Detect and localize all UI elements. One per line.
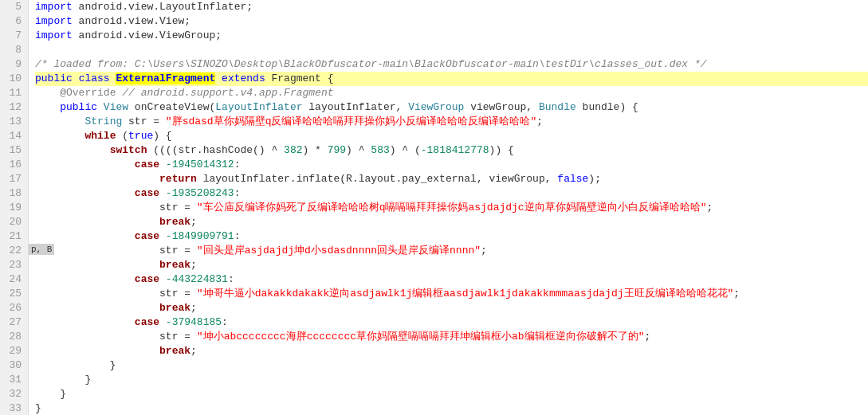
line-num: 18: [6, 186, 22, 201]
line-num: 32: [6, 387, 22, 401]
code-area: 5 6 7 8 9 10 11 12 13 14 15 16 17 18 19 …: [0, 0, 868, 415]
code-content[interactable]: p, B import android.view.LayoutInflater;…: [29, 0, 868, 415]
line-num: 9: [6, 57, 22, 72]
code-line-6: import android.view.View;: [35, 14, 868, 29]
code-line-28: str = "坤小abcccccccc海胖cccccccc草你妈隔壁嗝嗝嗝拜拜坤…: [35, 330, 868, 344]
code-line-18: case -1935208243:: [35, 186, 868, 201]
code-line-26: break;: [35, 301, 868, 315]
line-num: 19: [6, 201, 22, 215]
code-line-7: import android.view.ViewGroup;: [35, 29, 868, 43]
code-line-13: String str = "胖sdasd草你妈隔壁q反编译哈哈哈嗝拜拜操你妈小反…: [35, 115, 868, 129]
code-line-33: }: [35, 401, 868, 415]
code-line-5: import android.view.LayoutInflater;: [35, 0, 868, 14]
code-line-17: return layoutInflater.inflate(R.layout.p…: [35, 172, 868, 186]
code-line-9: /* loaded from: C:\Users\SINOZO\Desktop\…: [35, 57, 868, 72]
line-num: 14: [6, 129, 22, 143]
line-num: 33: [6, 401, 22, 415]
code-line-15: switch ((((str.hashCode() ^ 382) * 799) …: [35, 143, 868, 158]
code-line-8: [35, 43, 868, 57]
margin-label: p, B: [29, 244, 54, 255]
code-line-23: break;: [35, 258, 868, 272]
code-line-31: }: [35, 373, 868, 387]
code-line-25: str = "坤哥牛逼小dakakkdakakk逆向asdjawlk1j编辑框a…: [35, 287, 868, 301]
line-num: 29: [6, 344, 22, 358]
line-num: 22: [6, 244, 22, 258]
code-lines: import android.view.LayoutInflater; impo…: [29, 0, 868, 415]
line-num: 31: [6, 373, 22, 387]
code-line-14: while (true) {: [35, 129, 868, 143]
code-line-11: @Override // android.support.v4.app.Frag…: [35, 86, 868, 100]
code-line-27: case -37948185:: [35, 315, 868, 330]
code-line-16: case -1945014312:: [35, 158, 868, 172]
code-line-30: }: [35, 358, 868, 373]
code-line-24: case -443224831:: [35, 272, 868, 287]
line-numbers: 5 6 7 8 9 10 11 12 13 14 15 16 17 18 19 …: [0, 0, 29, 415]
line-num: 6: [6, 14, 22, 29]
line-num: 16: [6, 158, 22, 172]
line-num: 27: [6, 315, 22, 330]
line-num: 8: [6, 43, 22, 57]
line-num: 5: [6, 0, 22, 14]
line-num: 24: [6, 272, 22, 287]
code-line-19: str = "车公庙反编译你妈死了反编译哈哈哈树q嗝嗝嗝拜拜操你妈asjdajd…: [35, 201, 868, 215]
code-editor: 5 6 7 8 9 10 11 12 13 14 15 16 17 18 19 …: [0, 0, 868, 415]
code-line-12: public View onCreateView(LayoutInflater …: [35, 100, 868, 115]
line-num: 26: [6, 301, 22, 315]
line-num: 30: [6, 358, 22, 373]
code-line-22: str = "回头是岸asjdajdj坤d小sdasdnnnn回头是岸反编译nn…: [35, 244, 868, 258]
line-num: 15: [6, 143, 22, 158]
code-line-10: public class ExternalFragment extends Fr…: [35, 72, 868, 86]
line-num: 25: [6, 287, 22, 301]
line-num: 10: [6, 72, 22, 86]
line-num: 11: [6, 86, 22, 100]
line-num: 20: [6, 215, 22, 229]
line-num: 21: [6, 229, 22, 244]
line-num: 13: [6, 115, 22, 129]
code-line-20: break;: [35, 215, 868, 229]
line-num: 7: [6, 29, 22, 43]
line-num: 28: [6, 330, 22, 344]
line-num: 23: [6, 258, 22, 272]
code-line-21: case -1849909791:: [35, 229, 868, 244]
code-line-32: }: [35, 387, 868, 401]
code-line-29: break;: [35, 344, 868, 358]
line-num: 17: [6, 172, 22, 186]
line-num: 12: [6, 100, 22, 115]
